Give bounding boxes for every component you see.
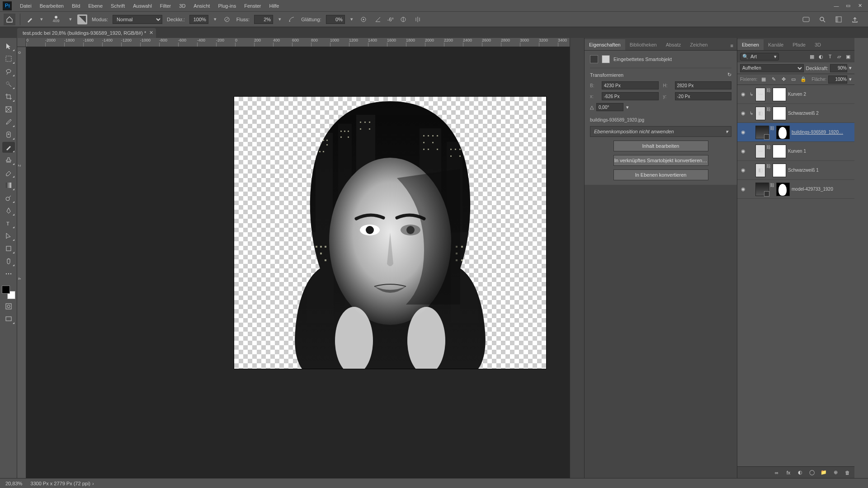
pressure-size-icon[interactable]	[398, 14, 408, 24]
layer-row[interactable]: ◉〰⛓Kurven 1	[737, 142, 854, 161]
lock-transparent-icon[interactable]: ▦	[760, 76, 767, 83]
layer-filter-search[interactable]: 🔍 ▾	[740, 53, 779, 61]
filter-type-icon[interactable]: T	[826, 53, 834, 60]
brush-preset-dropdown[interactable]: ▾	[68, 17, 73, 22]
color-swatch[interactable]	[2, 286, 15, 299]
document-tab[interactable]: test.psdc bei 20,8% (buildings-936589_19…	[17, 28, 156, 38]
blend-mode-select[interactable]: Normal	[113, 15, 162, 24]
mask-thumb[interactable]	[773, 145, 786, 158]
tab-ebenen[interactable]: Ebenen	[737, 39, 764, 50]
tab-absatz[interactable]: Absatz	[661, 39, 686, 50]
visibility-toggle[interactable]: ◉	[739, 185, 747, 193]
width-input[interactable]	[602, 81, 659, 89]
angle-input[interactable]	[596, 103, 623, 111]
chevron-down-icon[interactable]: ▾	[849, 76, 852, 82]
zoom-level[interactable]: 20,83%	[5, 481, 22, 486]
type-tool[interactable]: T	[2, 218, 15, 229]
link-layers-icon[interactable]: ∞	[773, 469, 780, 476]
canvas[interactable]	[26, 47, 570, 478]
close-icon[interactable]: ✕	[149, 30, 153, 36]
brush-angle-value[interactable]: -6°	[387, 17, 394, 22]
height-input[interactable]	[675, 81, 732, 89]
search-icon[interactable]	[817, 14, 827, 24]
menu-3d[interactable]: 3D	[175, 1, 189, 10]
opacity-input[interactable]	[189, 15, 208, 24]
tab-kanaele[interactable]: Kanäle	[764, 39, 788, 50]
lock-all-icon[interactable]: 🔒	[800, 76, 807, 83]
visibility-toggle[interactable]: ◉	[739, 147, 747, 155]
panel-menu-icon[interactable]: ≡	[727, 41, 737, 50]
convert-linked-button[interactable]: In verknüpftes Smartobjekt konvertieren…	[613, 155, 708, 166]
marquee-tool[interactable]	[2, 53, 15, 64]
adjustment-icon[interactable]: ◯	[808, 469, 816, 476]
menu-bild[interactable]: Bild	[68, 1, 84, 10]
visibility-toggle[interactable]: ◉	[739, 166, 747, 174]
window-minimize-button[interactable]: —	[832, 3, 841, 9]
menu-datei[interactable]: Datei	[16, 1, 35, 10]
ruler-vertical[interactable]: 024	[17, 47, 26, 478]
layer-name[interactable]: Kurven 1	[788, 149, 853, 154]
window-maximize-button[interactable]: ▭	[844, 3, 853, 9]
layer-name[interactable]: Schwarzweiß 1	[788, 168, 853, 173]
fx-icon[interactable]: fx	[785, 469, 792, 476]
trash-icon[interactable]: 🗑	[844, 469, 851, 476]
lasso-tool[interactable]	[2, 66, 15, 77]
menu-hilfe[interactable]: Hilfe	[265, 1, 283, 10]
airbrush-icon[interactable]	[287, 14, 297, 24]
layer-thumb[interactable]: 〰	[755, 88, 765, 101]
move-tool[interactable]	[2, 41, 15, 52]
pen-tool[interactable]	[2, 205, 15, 216]
chevron-down-icon[interactable]: ▾	[774, 54, 777, 60]
mask-thumb[interactable]	[773, 107, 786, 120]
cloud-docs-icon[interactable]	[801, 14, 811, 24]
mask-thumb[interactable]	[773, 164, 786, 177]
smoothing-options-icon[interactable]	[359, 14, 368, 24]
layer-row[interactable]: ◉↳◧⛓Schwarzweiß 2	[737, 104, 854, 123]
collapsed-panel-strip[interactable]	[570, 38, 584, 478]
lock-artboard-icon[interactable]: ▭	[790, 76, 797, 83]
share-icon[interactable]	[850, 14, 860, 24]
document-dimensions[interactable]: 3300 Px x 2779 Px (72 ppi)›	[30, 481, 94, 486]
pressure-opacity-icon[interactable]	[222, 14, 232, 24]
frame-tool[interactable]	[2, 104, 15, 115]
menu-bearbeiten[interactable]: Bearbeiten	[36, 1, 67, 10]
window-close-button[interactable]: ✕	[855, 3, 864, 9]
new-layer-icon[interactable]: ⊕	[832, 469, 839, 476]
tab-eigenschaften[interactable]: Eigenschaften	[585, 39, 625, 50]
flow-input[interactable]	[254, 15, 273, 24]
stamp-tool[interactable]	[2, 155, 15, 165]
screenmode-toggle[interactable]	[2, 314, 15, 324]
brush-panel-toggle-icon[interactable]	[77, 14, 87, 24]
menu-filter[interactable]: Filter	[156, 1, 175, 10]
filter-shape-icon[interactable]: ▱	[835, 53, 843, 60]
tab-3d[interactable]: 3D	[810, 39, 826, 50]
menu-fenster[interactable]: Fenster	[241, 1, 264, 10]
crop-tool[interactable]	[2, 91, 15, 102]
layer-name[interactable]: Kurven 2	[788, 92, 853, 97]
brush-tool[interactable]	[2, 142, 15, 153]
more-tools[interactable]	[2, 268, 15, 279]
layercomp-select[interactable]: Ebenenkomposition nicht anwenden ▾	[590, 126, 731, 137]
reset-icon[interactable]: ↻	[727, 72, 731, 78]
layer-row[interactable]: ◉⛓model-429733_1920	[737, 180, 854, 199]
visibility-toggle[interactable]: ◉	[739, 128, 747, 136]
fg-color-swatch[interactable]	[2, 286, 10, 294]
artboard[interactable]	[234, 97, 546, 369]
layer-row[interactable]: ◉↳〰⛓Kurven 2	[737, 85, 854, 104]
filter-pixel-icon[interactable]: ▦	[808, 53, 816, 60]
tool-preset-dropdown[interactable]: ▾	[39, 17, 44, 22]
layer-blendmode-select[interactable]: Aufhellen	[740, 64, 804, 72]
layer-name[interactable]: buildings-936589_1920…	[792, 130, 853, 135]
filter-smart-icon[interactable]: ▣	[844, 53, 852, 60]
chevron-down-icon[interactable]: ▾	[849, 65, 852, 71]
mask-thumb[interactable]	[776, 183, 790, 196]
opacity-dropdown[interactable]: ▾	[213, 17, 217, 22]
symmetry-icon[interactable]	[413, 14, 423, 24]
menu-auswahl[interactable]: Auswahl	[129, 1, 156, 10]
layer-thumb[interactable]	[755, 126, 769, 139]
tab-zeichen[interactable]: Zeichen	[685, 39, 712, 50]
path-select-tool[interactable]	[2, 230, 15, 241]
layer-thumb[interactable]: 〰	[755, 145, 765, 158]
gradient-tool[interactable]	[2, 180, 15, 191]
edit-contents-button[interactable]: Inhalt bearbeiten	[613, 141, 708, 151]
